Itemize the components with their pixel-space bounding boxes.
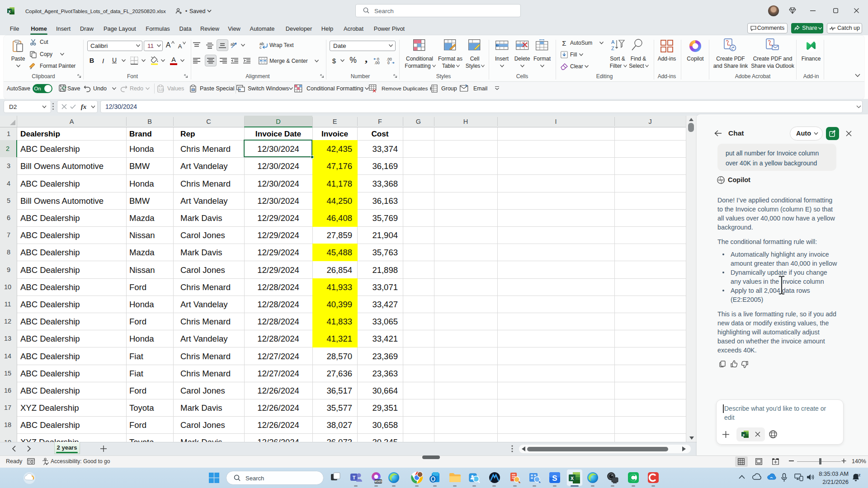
svg-text:123: 123 (159, 88, 164, 91)
svg-text:A: A (611, 39, 615, 45)
svg-text:x: x (743, 433, 745, 437)
svg-text:x: x (8, 9, 10, 14)
svg-text:EZ: EZ (857, 474, 860, 477)
svg-text:.00: .00 (374, 61, 380, 65)
svg-text:ab: ab (231, 42, 235, 47)
svg-text:c: c (259, 45, 262, 50)
svg-text:x: x (571, 475, 574, 481)
svg-text:S: S (552, 474, 557, 483)
svg-text:T: T (353, 475, 356, 480)
svg-text:0: 0 (387, 61, 390, 65)
svg-text:Z: Z (611, 46, 614, 51)
svg-text:M365: M365 (374, 480, 382, 483)
